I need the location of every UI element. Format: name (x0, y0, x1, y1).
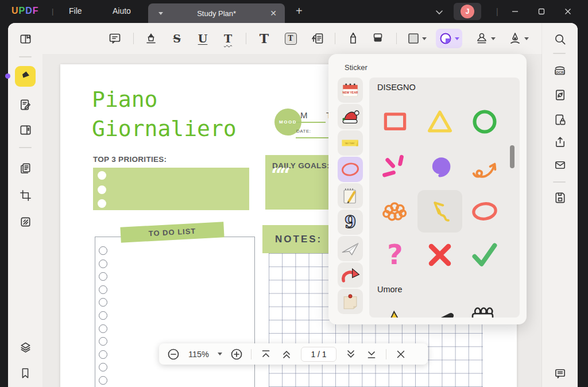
underline-tool[interactable]: U (193, 29, 212, 48)
menu-aiuto[interactable]: Aiuto (113, 6, 131, 16)
sticker-cloud-scribble[interactable] (373, 190, 417, 233)
shape-tool-group[interactable] (404, 29, 430, 48)
zoom-level[interactable]: 115% (188, 350, 210, 359)
stamp-dropdown-icon[interactable] (491, 37, 496, 40)
highlight-tool[interactable] (141, 29, 161, 48)
sticker-oval-outline[interactable] (462, 190, 507, 233)
avatar: J (461, 5, 474, 18)
sidebar-item-comment-active[interactable] (15, 66, 36, 87)
pencil-tool[interactable] (343, 29, 363, 48)
page-indicator[interactable]: 1 / 1 (301, 347, 336, 362)
share-icon (554, 136, 567, 149)
sticker-black-marker[interactable] (417, 301, 462, 318)
sticker-purple-spiral[interactable] (417, 145, 462, 188)
sidebar-item-search[interactable] (550, 29, 570, 49)
sticker-zigzag-arrow[interactable] (417, 190, 462, 233)
pencil-icon (346, 32, 360, 45)
menu-file[interactable]: File (69, 6, 82, 16)
sidebar-item-organize[interactable] (15, 119, 36, 140)
sticker-grid-area[interactable]: DISEGNO ? Umore (369, 78, 520, 318)
zoom-dropdown-icon[interactable] (218, 353, 222, 355)
priorities-label: TOP 3 PRIORITIES: (93, 155, 167, 164)
sticker-check-mark[interactable] (462, 234, 507, 276)
typewriter-tool[interactable] (308, 29, 327, 48)
sidebar-item-bookmark[interactable] (15, 363, 36, 384)
zoom-out-button[interactable] (167, 348, 180, 361)
last-page-button[interactable] (365, 348, 378, 361)
logo-letter: P (19, 6, 26, 16)
sticker-category-notepad[interactable] (338, 183, 363, 208)
sticker-category-pinned-note[interactable] (338, 289, 363, 314)
sidebar-item-pages[interactable] (15, 158, 36, 179)
stamp-tool-group[interactable] (472, 29, 498, 48)
sticker-pink-dashes[interactable] (373, 145, 417, 188)
sticker-dropdown-icon[interactable] (455, 37, 459, 40)
pages-copy-icon (19, 162, 32, 175)
sidebar-item-save[interactable] (550, 187, 570, 207)
window-close-button[interactable] (559, 5, 577, 18)
sticker-spiral-notebook[interactable] (462, 301, 507, 318)
sticker-square-outline[interactable] (373, 100, 417, 143)
annotation-toolbar: S U T T T (42, 23, 542, 54)
chevron-down-icon[interactable] (435, 7, 443, 18)
sticker-curly-arrow[interactable] (462, 145, 507, 188)
eraser-tool[interactable] (368, 29, 388, 48)
window-controls-separator: | (496, 7, 498, 16)
left-sidebar (8, 23, 42, 387)
strikethrough-tool[interactable]: S (167, 29, 187, 48)
sticker-yellow-pencil[interactable] (373, 301, 417, 318)
new-tab-button[interactable]: + (296, 5, 303, 18)
todo-checkbox (99, 376, 107, 385)
sidebar-item-watermark[interactable] (15, 211, 36, 232)
ocr-icon: OCR (553, 64, 567, 78)
first-page-button[interactable] (260, 348, 272, 361)
section-label-disegno: DISEGNO (377, 83, 416, 92)
maximize-button[interactable] (533, 5, 550, 18)
sidebar-item-layers[interactable] (15, 336, 36, 357)
sidebar-item-protect[interactable] (550, 109, 570, 130)
sticker-category-sketch-circle[interactable] (338, 157, 363, 182)
close-zoom-toolbar-button[interactable] (394, 348, 407, 361)
date-underline (296, 137, 329, 138)
sidebar-item-mail[interactable] (550, 154, 570, 175)
minimize-button[interactable] (506, 5, 524, 18)
tab-close-icon[interactable]: ✕ (270, 9, 277, 17)
highlighter-icon (144, 32, 158, 45)
sticker-category-paper-plane[interactable] (338, 236, 363, 261)
todo-checkbox (99, 285, 107, 294)
textbox-tool[interactable]: T (281, 29, 300, 48)
panel-scrollbar-thumb[interactable] (510, 145, 514, 168)
logo-letter: U (11, 6, 19, 16)
sticker-tool-group[interactable] (436, 29, 462, 48)
quote-glyph: ““ (271, 163, 288, 186)
sidebar-item-crop[interactable] (15, 185, 36, 206)
document-tab[interactable]: Study Plan* ✕ (148, 3, 285, 23)
sticker-triangle-outline[interactable] (417, 100, 462, 143)
sidebar-item-feedback[interactable] (550, 363, 570, 384)
sticker-category-new-year-calendar[interactable]: NEW YEAR (338, 78, 363, 103)
sticker-category-number-nine[interactable]: 9 (338, 210, 363, 235)
sticker-x-mark[interactable] (417, 234, 462, 276)
sidebar-item-reader[interactable] (15, 29, 36, 49)
comment-tool[interactable] (105, 29, 125, 48)
account-button[interactable]: J (454, 3, 481, 20)
sticker-category-curved-arrow[interactable] (338, 262, 363, 288)
text-tool[interactable]: T (254, 29, 274, 48)
signature-tool-group[interactable] (505, 29, 532, 48)
zoom-in-button[interactable] (230, 348, 243, 361)
shape-dropdown-icon[interactable] (422, 37, 427, 40)
sidebar-item-convert[interactable] (550, 84, 570, 105)
sidebar-item-share[interactable] (550, 131, 570, 152)
sticker-category-sticky-note[interactable]: TAX TIME! (338, 130, 363, 156)
sidebar-item-ocr[interactable]: OCR (550, 60, 570, 81)
next-page-button[interactable] (345, 348, 357, 361)
sticker-question-mark[interactable]: ? (373, 234, 417, 276)
sticker-circle-outline[interactable] (462, 100, 507, 143)
sidebar-item-edit[interactable] (15, 94, 36, 115)
squiggly-tool[interactable]: T (218, 29, 238, 48)
sticker-category-santa-hat[interactable] (338, 104, 363, 129)
signature-dropdown-icon[interactable] (524, 37, 529, 40)
zoom-toolbar: 115% 1 / 1 (159, 343, 428, 365)
tab-dropdown-icon[interactable] (158, 12, 163, 15)
previous-page-button[interactable] (280, 348, 293, 361)
